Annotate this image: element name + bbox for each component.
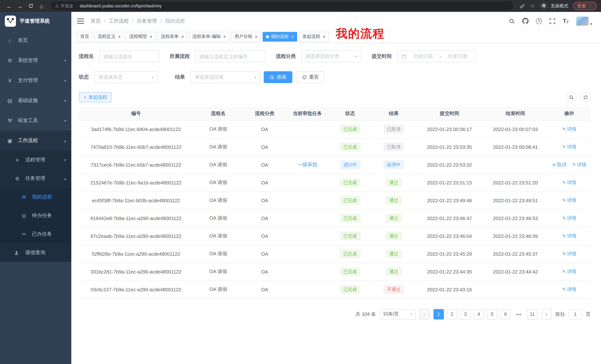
table-header: 编号 流程名 流程分类 当前审批任务 状态 结果 提交时间 结束时间 操作 xyxy=(79,107,591,120)
view-tab[interactable]: 我的流程 × xyxy=(263,32,297,41)
cancel-link[interactable]: ⊘ 取消 xyxy=(552,162,566,168)
result-select[interactable]: 请选择流结果 ▾ xyxy=(190,71,261,83)
sidebar-item-process-management[interactable]: ≡ 流程管理 ▾ xyxy=(0,151,71,169)
prev-page-button[interactable]: ‹ xyxy=(419,309,430,319)
sidebar-item-payment[interactable]: ¥ 支付管理 ▾ xyxy=(0,70,71,91)
process-name-input[interactable] xyxy=(103,54,155,59)
reset-button[interactable]: 重置 xyxy=(296,71,325,83)
table-row: 7317cec6-7b9b-11ec-b5b7-acde48001122 OA … xyxy=(79,156,591,174)
page-number-button[interactable]: 2 xyxy=(447,309,457,319)
browser-menu-dots-icon[interactable]: ⋮ xyxy=(588,3,592,9)
view-tab[interactable]: 流程模型 × xyxy=(126,32,156,41)
avatar[interactable] xyxy=(576,16,589,26)
font-size-icon[interactable]: TT xyxy=(563,18,569,24)
sidebar-item-devtools[interactable]: ⚒ 研发工具 ▾ xyxy=(0,111,71,131)
page-size-select[interactable]: 10条/页 ▾ xyxy=(380,309,416,319)
help-icon[interactable]: ? xyxy=(536,18,542,24)
det​ail-link[interactable]: ✎ 详情 xyxy=(572,162,586,168)
browser-back-button[interactable]: ← xyxy=(4,1,14,10)
tab-close-icon[interactable]: × xyxy=(255,34,257,39)
det​ail-link[interactable]: ✎ 详情 xyxy=(562,144,576,150)
status-tag: 已完成 xyxy=(340,125,360,133)
sidebar-item-done-tasks[interactable]: ✂ 已办任务 xyxy=(0,225,71,243)
goto-page-input[interactable] xyxy=(569,309,582,319)
page-number-button[interactable]: 1 xyxy=(433,309,444,319)
goto-unit: 页 xyxy=(586,311,591,317)
search-button[interactable]: 搜索 xyxy=(264,71,292,83)
page-number-button[interactable]: 5 xyxy=(487,309,497,319)
status-tag: 已完成 xyxy=(340,268,360,276)
browser-update-button[interactable]: 更新 ⋮ xyxy=(573,2,597,10)
tab-close-icon[interactable]: × xyxy=(223,34,226,39)
page-number-button[interactable]: 6 xyxy=(500,309,511,319)
page-number-button[interactable]: ••• xyxy=(514,309,524,319)
tab-close-icon[interactable]: × xyxy=(118,34,121,39)
breadcrumb-item[interactable]: 任务管理 xyxy=(137,18,157,24)
det​ail-link[interactable]: ✎ 详情 xyxy=(562,126,576,132)
address-bar[interactable]: ⚠ 不安全 dashboard.yudao.iocoder.cn/bpm/tas… xyxy=(50,1,513,10)
create-process-button[interactable]: + 发起流程 xyxy=(79,92,112,102)
cell-end: 2022-01-22 23:46:09 xyxy=(483,227,548,245)
det​ail-link[interactable]: ✎ 详情 xyxy=(562,179,576,186)
sidebar-item-leave-query[interactable]: 请假查询 xyxy=(0,243,71,262)
page-number-button[interactable]: 4 xyxy=(474,309,484,319)
cell-task xyxy=(286,245,329,263)
sidebar-collapse-icon[interactable] xyxy=(77,18,84,24)
sidebar-item-todo-tasks[interactable]: ◎ 待办任务 xyxy=(0,206,71,225)
tab-close-icon[interactable]: × xyxy=(323,34,325,39)
view-tab[interactable]: 首页 xyxy=(77,32,92,41)
view-tab[interactable]: 流程表单-编辑 × xyxy=(189,32,229,41)
page-number-button[interactable]: 3 xyxy=(460,309,471,319)
cell-submit: 2022-01-22 23:46:04 xyxy=(416,227,483,245)
det​ail-link[interactable]: ✎ 详情 xyxy=(562,268,576,275)
submit-time-range-picker[interactable]: 开始日期 - 结束日期 xyxy=(397,50,476,62)
sidebar-item-task-management[interactable]: ≣ 任务管理 ▴ xyxy=(0,169,71,188)
breadcrumb-separator: / xyxy=(104,18,105,24)
bookmark-star-icon[interactable]: ☆ xyxy=(530,3,535,9)
view-tab[interactable]: 发起流程 × xyxy=(299,32,329,41)
refresh-table-button[interactable] xyxy=(580,92,591,102)
sidebar-item-system[interactable]: ⚙ 系统管理 ▾ xyxy=(0,50,71,70)
user-avatar-menu[interactable]: ▾ xyxy=(576,16,592,26)
sidebar-item-my-process[interactable]: ✉ 我的流程 xyxy=(0,188,71,206)
table-row: 2152467e-7b9b-11ec-9a1b-acde48001122 OA … xyxy=(79,174,591,192)
browser-home-button[interactable]: ⌂ xyxy=(37,1,46,10)
search-icon[interactable] xyxy=(509,18,515,24)
process-def-input[interactable] xyxy=(199,54,261,59)
toolbar-right xyxy=(566,92,591,102)
cell-end: 2022-01-23 00:08:41 xyxy=(483,138,548,156)
chevron-up-icon: ▴ xyxy=(64,139,66,143)
det​ail-link[interactable]: ✎ 详情 xyxy=(562,286,576,293)
select-placeholder: 请选择状态 xyxy=(99,74,149,80)
password-key-icon[interactable] xyxy=(520,3,525,9)
caret-down-icon: ▾ xyxy=(411,312,412,316)
det​ail-link[interactable]: ✎ 详情 xyxy=(562,233,576,239)
browser-reload-button[interactable] xyxy=(26,1,35,10)
task-link[interactable]: 一级审批 xyxy=(297,161,317,168)
sidebar-item-home[interactable]: ⌂ 首页 xyxy=(0,30,71,50)
tab-close-icon[interactable]: × xyxy=(181,34,184,39)
view-tab[interactable]: 流程定义 × xyxy=(94,32,124,41)
sidebar-item-infrastructure[interactable]: ▤ 基础设施 ▾ xyxy=(0,91,71,111)
det​ail-link[interactable]: ✎ 详情 xyxy=(562,251,576,257)
next-page-button[interactable]: › xyxy=(541,309,551,319)
sidebar-item-workflow[interactable]: ▣ 工作流程 ▴ xyxy=(0,131,71,151)
toggle-search-button[interactable] xyxy=(566,92,576,102)
fullscreen-icon[interactable] xyxy=(549,18,555,24)
breadcrumb-item[interactable]: 工作流程 xyxy=(109,18,129,24)
github-icon[interactable] xyxy=(522,18,529,24)
view-tab[interactable]: 流程表单 × xyxy=(158,32,187,41)
det​ail-link[interactable]: ✎ 详情 xyxy=(562,197,576,203)
tab-close-icon[interactable]: × xyxy=(291,34,294,39)
category-select[interactable]: 请选择流程分类 ▾ xyxy=(301,50,361,62)
cell-name: OA 请假 xyxy=(193,209,243,227)
view-tab[interactable]: 用户分组 × xyxy=(231,32,261,41)
status-tag: 已完成 xyxy=(340,250,360,258)
status-select[interactable]: 请选择状态 ▾ xyxy=(94,71,158,83)
page-number-button[interactable]: 11 xyxy=(527,309,538,319)
security-chip[interactable]: ⚠ 不安全 xyxy=(55,3,74,9)
tab-close-icon[interactable]: × xyxy=(150,34,152,39)
browser-forward-button[interactable]: → xyxy=(15,1,25,10)
det​ail-link[interactable]: ✎ 详情 xyxy=(562,215,576,221)
breadcrumb-item[interactable]: 首页 xyxy=(91,18,101,24)
